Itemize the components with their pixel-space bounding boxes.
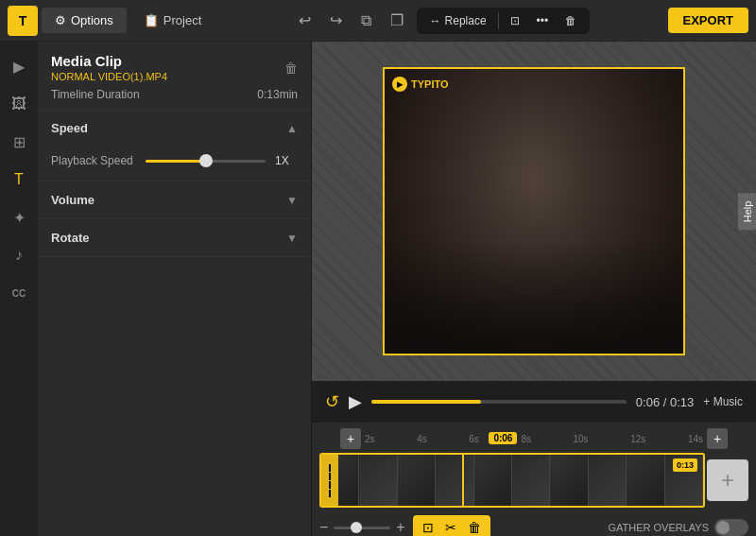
- add-clip-left-button[interactable]: +: [340, 428, 361, 449]
- audio-icon: ♪: [15, 247, 23, 264]
- replace-button[interactable]: ↔ Replace: [424, 11, 492, 30]
- chevron-down-rotate-icon: ▼: [286, 232, 298, 245]
- gather-overlays-label: GATHER OVERLAYS: [608, 522, 709, 533]
- ruler-playhead: 0:06: [489, 432, 517, 444]
- ruler-mark-12s: 12s: [630, 434, 645, 444]
- play-button[interactable]: ▶: [349, 391, 362, 412]
- gather-overlays: GATHER OVERLAYS: [608, 519, 748, 536]
- ruler-mark-8s: 8s: [521, 434, 531, 444]
- crop-tool-button[interactable]: ⊡: [419, 518, 438, 536]
- duration-row: Timeline Duration 0:13min: [51, 88, 298, 101]
- speed-content: Playback Speed 1X: [38, 147, 311, 181]
- crop-button[interactable]: ⊡: [505, 11, 525, 30]
- speed-slider[interactable]: [146, 160, 266, 163]
- video-bottom-fade: [385, 240, 683, 354]
- watermark-text: TYPITO: [411, 78, 449, 90]
- track-inner[interactable]: 0:13: [319, 453, 705, 508]
- copy-button[interactable]: ❐: [385, 8, 409, 33]
- main-layout: ▶ 🖼 ⊞ T ✦ ♪ CC Media Clip NORMAL VIDEO(1…: [0, 42, 756, 536]
- thumbnail-strip: [321, 455, 703, 506]
- sidebar-item-effects[interactable]: ✦: [2, 200, 36, 234]
- volume-label: Volume: [51, 193, 94, 207]
- ruler-mark-10s: 10s: [574, 434, 589, 444]
- export-button[interactable]: EXPORT: [668, 8, 748, 33]
- rotate-header[interactable]: Rotate ▼: [38, 219, 311, 256]
- timeline-ruler: + 2s 4s 6s 8s 10s 12s 14s 0:06 +: [312, 428, 756, 449]
- ruler-marks: 2s 4s 6s 8s 10s 12s 14s 0:06: [361, 434, 707, 444]
- duration-label: Timeline Duration: [51, 88, 140, 101]
- more-button[interactable]: •••: [531, 11, 555, 30]
- thumb-7: [550, 455, 588, 506]
- volume-section: Volume ▼: [38, 182, 311, 219]
- rotate-section: Rotate ▼: [38, 219, 311, 257]
- tab-project[interactable]: 📋 Project: [130, 8, 215, 33]
- image-icon: 🖼: [11, 95, 26, 112]
- sidebar-item-captions[interactable]: CC: [2, 276, 36, 310]
- help-tab[interactable]: Help: [738, 193, 756, 230]
- sidebar-item-text[interactable]: T: [2, 163, 36, 197]
- video-area: ▶ TYPITO Help ↺ ▶ 0:06 / 0:13 + Music +: [312, 42, 756, 536]
- media-clip-title-row: Media Clip NORMAL VIDEO(1).MP4 🗑: [51, 53, 298, 82]
- replay-button[interactable]: ↺: [325, 391, 339, 412]
- video-icon: ▶: [13, 58, 25, 76]
- thumb-8: [589, 455, 627, 506]
- icon-sidebar: ▶ 🖼 ⊞ T ✦ ♪ CC: [0, 42, 38, 536]
- media-clip-subtitle: NORMAL VIDEO(1).MP4: [51, 71, 167, 82]
- duplicate-button[interactable]: ⧉: [355, 9, 377, 33]
- sidebar-item-layers[interactable]: ⊞: [2, 125, 36, 159]
- layers-icon: ⊞: [13, 133, 26, 151]
- media-clip-title: Media Clip: [51, 53, 167, 69]
- thumb-2: [359, 455, 397, 506]
- split-tool-button[interactable]: ✂: [441, 518, 460, 536]
- delete-clip-button[interactable]: 🗑: [284, 61, 298, 76]
- add-music-button[interactable]: + Music: [703, 395, 743, 408]
- video-frame: ▶ TYPITO: [383, 67, 685, 355]
- track-playhead-line: [462, 455, 464, 506]
- zoom-controls: − +: [319, 519, 405, 536]
- top-bar-center: ↩ ↪ ⧉ ❐ ↔ Replace ⊡ ••• 🗑: [215, 8, 667, 34]
- delete-toolbar-button[interactable]: 🗑: [559, 11, 582, 30]
- video-frame-inner: [385, 69, 683, 354]
- add-clip-right-button[interactable]: +: [707, 428, 728, 449]
- zoom-slider-thumb[interactable]: [351, 522, 362, 533]
- toolbar-separator: [498, 12, 499, 29]
- timeline-bottom: − + ⊡ ✂ 🗑 GATHER OVERLAYS: [312, 511, 756, 536]
- speed-controls: Playback Speed 1X: [51, 154, 298, 167]
- sidebar-item-audio[interactable]: ♪: [2, 238, 36, 272]
- project-icon: 📋: [144, 13, 159, 27]
- volume-header[interactable]: Volume ▼: [38, 182, 311, 218]
- thumb-5: [474, 455, 512, 506]
- timeline-track: 0:13 +: [312, 449, 756, 511]
- speed-label: Speed: [51, 121, 88, 135]
- zoom-in-button[interactable]: +: [396, 519, 404, 536]
- thumb-3: [398, 455, 436, 506]
- ruler-mark-2s: 2s: [365, 434, 375, 444]
- sidebar-item-media[interactable]: 🖼: [2, 87, 36, 121]
- undo-button[interactable]: ↩: [293, 8, 317, 33]
- sidebar-item-video[interactable]: ▶: [2, 49, 36, 83]
- canvas-area: ▶ TYPITO Help: [312, 42, 756, 381]
- delete-tool-button[interactable]: 🗑: [464, 518, 485, 536]
- speed-header[interactable]: Speed ▲: [38, 110, 311, 147]
- redo-button[interactable]: ↪: [324, 8, 348, 33]
- playback-bar: ↺ ▶ 0:06 / 0:13 + Music: [312, 381, 756, 423]
- app-logo: T: [8, 6, 38, 36]
- ruler-mark-4s: 4s: [417, 434, 427, 444]
- action-toolbar: ↔ Replace ⊡ ••• 🗑: [417, 8, 591, 34]
- progress-bar[interactable]: [371, 400, 627, 404]
- ruler-mark-14s: 14s: [688, 434, 703, 444]
- effects-icon: ✦: [13, 209, 26, 227]
- watermark: ▶ TYPITO: [392, 77, 449, 92]
- chevron-up-icon: ▲: [286, 122, 298, 135]
- speed-section: Speed ▲ Playback Speed 1X: [38, 110, 311, 182]
- zoom-out-button[interactable]: −: [319, 519, 328, 536]
- add-track-button[interactable]: +: [707, 459, 748, 501]
- captions-icon: CC: [12, 288, 26, 299]
- chevron-down-volume-icon: ▼: [286, 194, 298, 207]
- thumb-9: [627, 455, 664, 506]
- zoom-slider[interactable]: [334, 527, 390, 529]
- gather-overlays-toggle[interactable]: [714, 519, 748, 536]
- marker-lines: [328, 463, 332, 498]
- tab-options[interactable]: ⚙ Options: [42, 8, 127, 33]
- speed-slider-thumb[interactable]: [199, 154, 213, 167]
